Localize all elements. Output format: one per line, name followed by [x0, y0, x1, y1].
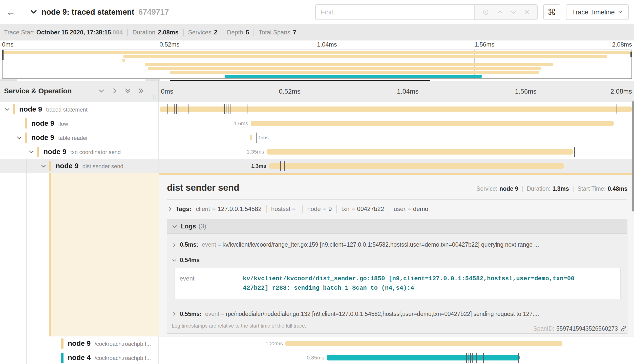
minimap-right-scrubber[interactable] — [630, 52, 632, 57]
tag-separator — [302, 205, 303, 213]
ruler-gridline — [514, 81, 514, 102]
log-field-value: rpc/nodedialer/nodedialer.go:132 [n9,cli… — [226, 311, 539, 317]
span-row[interactable]: node 9flow1.6ms — [0, 116, 634, 131]
span-row[interactable]: node 9table reader0ms — [0, 131, 634, 145]
ruler-tick-label: 2.08ms — [610, 88, 632, 95]
tree-collapse-icon[interactable] — [28, 149, 34, 156]
detail-header: dist sender sendService:node 9Duration:1… — [167, 182, 627, 193]
collapse-one-icon[interactable] — [98, 88, 105, 94]
summary-value: 7 — [293, 29, 296, 36]
expand-all-icon[interactable] — [138, 88, 144, 94]
log-entry[interactable]: 0.5ms:event=kv/kvclient/kvcoord/range_it… — [167, 234, 627, 250]
span-row-name-cell[interactable]: node 4/cockroach.roachpb.I... — [0, 351, 159, 364]
span-row-name-cell[interactable]: node 9txn coordinator send — [0, 145, 159, 159]
detail-meta-value: node 9 — [499, 185, 518, 192]
detail-meta-label: Start Time: — [578, 185, 606, 192]
logs-section: Logs(3)0.5ms:event=kv/kvclient/kvcoord/r… — [167, 219, 627, 334]
log-marker-tick — [474, 353, 474, 363]
tags-row[interactable]: Tags:client=127.0.0.1:54582hostssl=node=… — [167, 205, 627, 213]
collapse-trace-chevron-icon[interactable] — [30, 8, 37, 16]
link-icon[interactable] — [620, 325, 627, 332]
clear-find-icon[interactable] — [524, 9, 530, 15]
span-detail-row: dist sender sendService:node 9Duration:1… — [0, 173, 634, 336]
span-row-timeline-cell[interactable]: 1.6ms — [159, 116, 634, 131]
tag-item: node=9 — [307, 205, 332, 212]
log-field-equals: = — [221, 311, 224, 317]
minimap-span-bar — [225, 75, 482, 78]
detail-meta-value: 1.3ms — [553, 185, 569, 192]
tags-title: Tags: — [176, 205, 191, 212]
log-marker-tick — [167, 104, 168, 114]
minimap-tick-label: 1.04ms — [317, 41, 337, 48]
span-row-timeline-cell[interactable]: 1.35ms — [159, 145, 634, 159]
vertical-scrollbar-thumb[interactable] — [632, 101, 634, 211]
span-row-name-cell[interactable]: node 9table reader — [0, 131, 159, 145]
minimap-span-bar — [122, 59, 125, 62]
ruler-gridline — [396, 81, 396, 102]
find-input[interactable] — [316, 5, 474, 19]
span-row[interactable]: node 4/cockroach.roachpb.I...0.85ms — [0, 351, 634, 364]
find-control — [315, 4, 538, 20]
summary-value: 2.08ms — [158, 29, 178, 36]
tree-collapse-icon[interactable] — [16, 135, 22, 142]
span-row[interactable]: node 9txn coordinator send1.35ms — [0, 145, 634, 159]
minimap-tick-label: 1.56ms — [475, 41, 495, 48]
span-bar[interactable] — [267, 149, 573, 155]
span-id-label: SpanID: — [533, 325, 554, 332]
span-bar[interactable] — [327, 355, 520, 360]
span-bar[interactable] — [251, 121, 614, 126]
expand-one-icon[interactable] — [111, 88, 118, 94]
log-marker-tick — [574, 147, 575, 157]
indent-guide — [38, 336, 38, 351]
operation-name: /cockroach.roachpb.I... — [95, 341, 151, 347]
minimap-left-scrubber[interactable] — [2, 50, 4, 60]
tree-collapse-icon[interactable] — [4, 106, 10, 113]
span-bar[interactable] — [269, 163, 564, 169]
tag-value: 00427b22 — [357, 205, 384, 212]
minimap-tick-label: 0ms — [2, 41, 13, 48]
span-row-timeline-cell[interactable]: 1.22ms — [159, 336, 634, 351]
service-color-chip — [13, 104, 15, 114]
span-row-timeline-cell[interactable]: 0ms — [159, 131, 634, 145]
log-entry[interactable]: 0.55ms:event=rpc/nodedialer/nodedialer.g… — [167, 303, 627, 319]
log-marker-tick — [518, 353, 519, 363]
timeline-gridline — [514, 131, 514, 145]
timeline-gridline — [396, 131, 396, 145]
span-row-name-cell[interactable]: node 9dist sender send — [0, 159, 159, 173]
focus-match-icon[interactable] — [482, 8, 490, 16]
span-bar[interactable] — [285, 341, 562, 346]
logs-header[interactable]: Logs(3) — [167, 219, 627, 234]
tree-collapse-icon[interactable] — [40, 163, 47, 170]
indent-guide — [38, 173, 38, 336]
summary-separator — [183, 29, 184, 36]
log-marker-tick — [329, 353, 329, 363]
keyboard-shortcuts-button[interactable]: ⌘ — [543, 4, 560, 20]
summary-separator — [127, 29, 128, 36]
span-row-name-cell[interactable]: node 9flow — [0, 116, 159, 131]
span-row-timeline-cell[interactable]: 1.3ms — [159, 159, 634, 173]
back-button[interactable]: ← — [0, 0, 22, 24]
log-field-key: event — [202, 241, 216, 248]
detail-meta-value: 0.48ms — [608, 185, 627, 192]
prev-match-icon[interactable] — [497, 9, 503, 15]
span-row[interactable]: node 9dist sender send1.3ms — [0, 159, 634, 173]
span-row[interactable]: node 9/cockroach.roachpb.I...1.22ms — [0, 336, 634, 351]
span-bar[interactable] — [160, 106, 632, 112]
span-row-name-cell[interactable]: node 9traced statement — [0, 102, 159, 116]
log-entry-expanded-header[interactable]: 0.54ms — [172, 257, 623, 264]
span-row[interactable]: node 9traced statement — [0, 102, 634, 116]
collapse-all-icon[interactable] — [124, 88, 131, 94]
summary-value-suffix: .084 — [111, 29, 123, 36]
span-row-timeline-cell[interactable] — [159, 102, 634, 116]
indent-guide — [26, 336, 27, 351]
tag-item: txn=00427b22 — [341, 205, 384, 212]
minimap-canvas[interactable] — [2, 50, 632, 79]
next-match-icon[interactable] — [510, 9, 517, 15]
summary-value: October 15 2020, 17:38:15 — [36, 29, 111, 36]
span-row-name-cell[interactable]: node 9/cockroach.roachpb.I... — [0, 336, 159, 351]
find-tools — [474, 5, 537, 19]
view-selector-button[interactable]: Trace Timeline — [566, 4, 629, 20]
tag-equals: = — [292, 205, 295, 212]
column-resizer-handle[interactable]: || — [153, 94, 156, 100]
span-row-timeline-cell[interactable]: 0.85ms — [159, 351, 634, 364]
